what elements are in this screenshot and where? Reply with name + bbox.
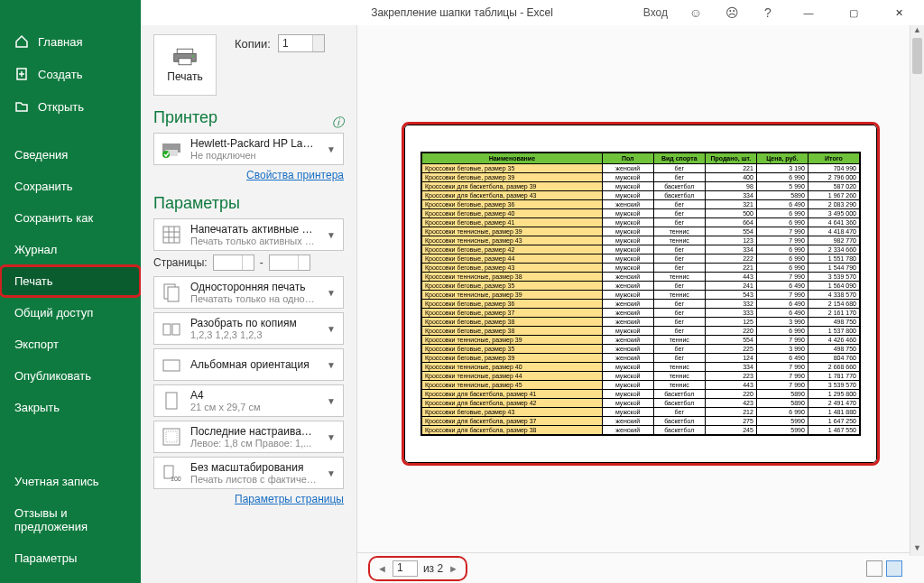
show-margins-button[interactable] — [866, 560, 882, 577]
table-row: Кроссовки теннисные, размер 39мужскойтен… — [422, 227, 860, 236]
sidebar-item-export[interactable]: Экспорт — [0, 329, 141, 360]
table-row: Кроссовки беговые, размер 36женскийбег32… — [422, 199, 860, 208]
table-row: Кроссовки для баскетбола, размер 43мужск… — [422, 190, 860, 199]
open-icon — [14, 99, 29, 114]
printer-status-icon — [160, 137, 183, 161]
page-navigator: ◄ 1 из 2 ► — [368, 556, 467, 581]
printer-heading: Принтер — [153, 108, 344, 127]
table-row: Кроссовки для баскетбола, размер 39мужск… — [422, 181, 860, 190]
table-row: Кроссовки беговые, размер 38мужскойбег22… — [422, 326, 860, 335]
pages-to-input[interactable] — [269, 254, 310, 271]
zoom-to-page-button[interactable] — [886, 560, 902, 577]
table-row: Кроссовки теннисные, размер 43мужскойтен… — [422, 236, 860, 245]
table-row: Кроссовки теннисные, размер 39женскийтен… — [422, 335, 860, 344]
preview-page: НаименованиеПолВид спортаПродано, шт.Цен… — [402, 122, 880, 466]
printer-icon — [172, 47, 198, 67]
svg-rect-17 — [163, 324, 171, 335]
prev-page-button[interactable]: ◄ — [377, 563, 387, 574]
svg-rect-16 — [168, 287, 179, 301]
sidebar-item-close[interactable]: Закрыть — [0, 392, 141, 423]
preview-footer: ◄ 1 из 2 ► — [357, 552, 924, 583]
sidebar-item-saveas[interactable]: Сохранить как — [0, 202, 141, 234]
current-page-input[interactable]: 1 — [393, 560, 418, 577]
table-row: Кроссовки беговые, размер 35женскийбег22… — [422, 163, 860, 172]
table-row: Кроссовки беговые, размер 41мужскойбег66… — [422, 217, 860, 227]
table-row: Кроссовки беговые, размер 35женскийбег24… — [422, 281, 860, 290]
close-button[interactable]: ✕ — [879, 0, 919, 25]
sidebar-item-feedback[interactable]: Отзывы и предложения — [0, 497, 141, 542]
svg-rect-19 — [163, 360, 180, 371]
sidebar-item-options[interactable]: Параметры — [0, 542, 141, 574]
svg-rect-10 — [163, 227, 180, 243]
pages-label: Страницы: — [153, 256, 208, 269]
help-icon[interactable]: ? — [753, 5, 783, 20]
home-icon — [14, 34, 29, 49]
print-what-selector[interactable]: Напечатать активные листыПечать только а… — [153, 218, 344, 251]
chevron-down-icon: ▼ — [325, 144, 337, 154]
sides-selector[interactable]: Односторонняя печатьПечатать только на о… — [153, 276, 344, 309]
table-row: Кроссовки беговые, размер 44мужскойбег22… — [422, 254, 860, 263]
paper-icon — [160, 389, 183, 412]
minimize-button[interactable]: — — [789, 0, 828, 25]
orientation-selector[interactable]: Альбомная ориентация ▼ — [153, 348, 344, 381]
preview-table: НаименованиеПолВид спортаПродано, шт.Цен… — [421, 153, 860, 435]
sheets-icon — [160, 223, 183, 246]
svg-rect-20 — [166, 393, 177, 409]
printer-selector[interactable]: Hewlett-Packard HP LaserJe...Не подключе… — [153, 133, 344, 165]
sidebar-item-history[interactable]: Журнал — [0, 234, 141, 265]
printer-properties-link[interactable]: Свойства принтера — [153, 169, 344, 181]
collate-selector[interactable]: Разобрать по копиям1,2,3 1,2,3 1,2,3 ▼ — [153, 312, 344, 345]
table-row: Кроссовки для баскетбола, размер 37женск… — [422, 416, 860, 425]
copies-spinner[interactable]: 1 — [278, 34, 325, 52]
face-smile-icon[interactable]: ☺ — [680, 5, 711, 20]
sidebar-item-new[interactable]: Создать — [0, 58, 141, 90]
table-row: Кроссовки беговые, размер 37женскийбег33… — [422, 308, 860, 317]
sidebar-item-print[interactable]: Печать — [0, 265, 141, 297]
table-row: Кроссовки теннисные, размер 39мужскойтен… — [422, 290, 860, 299]
print-preview: НаименованиеПолВид спортаПродано, шт.Цен… — [357, 25, 924, 583]
sidebar-item-open[interactable]: Открыть — [0, 90, 141, 123]
sidebar-item-save[interactable]: Сохранить — [0, 171, 141, 202]
table-row: Кроссовки беговые, размер 40мужскойбег50… — [422, 208, 860, 217]
sidebar-item-info[interactable]: Сведения — [0, 139, 141, 171]
page-total-label: из 2 — [423, 562, 443, 575]
table-row: Кроссовки беговые, размер 39мужскойбег40… — [422, 172, 860, 181]
print-button[interactable]: Печать — [153, 34, 217, 96]
landscape-icon — [160, 353, 183, 376]
preview-scrollbar[interactable]: ▲▼ — [910, 25, 924, 556]
table-row: Кроссовки для баскетбола, размер 41мужск… — [422, 389, 860, 398]
svg-text:100: 100 — [171, 476, 181, 482]
copies-label: Копии: — [235, 37, 271, 51]
table-row: Кроссовки беговые, размер 43мужскойбег21… — [422, 407, 860, 416]
sidebar-item-account[interactable]: Учетная запись — [0, 466, 141, 497]
info-icon[interactable]: ⓘ — [332, 115, 344, 131]
next-page-button[interactable]: ► — [448, 563, 458, 574]
collate-icon — [160, 317, 183, 340]
margins-selector[interactable]: Последние настраиваемы...Левое: 1,8 см П… — [153, 421, 344, 453]
scale-icon: 100 — [160, 461, 183, 485]
settings-heading: Параметры — [153, 194, 344, 213]
margins-icon — [160, 425, 183, 449]
svg-rect-18 — [172, 324, 180, 335]
face-sad-icon[interactable]: ☹ — [716, 5, 747, 20]
svg-rect-3 — [177, 49, 193, 53]
svg-rect-22 — [166, 431, 177, 442]
scaling-selector[interactable]: 100 Без масштабированияПечать листов с ф… — [153, 457, 344, 489]
sidebar-item-home[interactable]: Главная — [0, 25, 141, 58]
table-row: Кроссовки беговые, размер 42мужскойбег33… — [422, 245, 860, 254]
paper-selector[interactable]: A421 см x 29,7 см ▼ — [153, 384, 344, 417]
maximize-button[interactable]: ▢ — [834, 0, 873, 25]
pages-from-input[interactable] — [213, 254, 254, 271]
oneside-icon — [160, 281, 183, 304]
sidebar-item-share[interactable]: Общий доступ — [0, 297, 141, 329]
signin-link[interactable]: Вход — [643, 6, 668, 19]
table-row: Кроссовки теннисные, размер 38женскийтен… — [422, 272, 860, 281]
svg-rect-5 — [179, 59, 191, 65]
table-row: Кроссовки теннисные, размер 45мужскойтен… — [422, 380, 860, 389]
table-row: Кроссовки беговые, размер 38женскийбег12… — [422, 317, 860, 326]
sidebar-item-publish[interactable]: Опубликовать — [0, 360, 141, 392]
table-row: Кроссовки для баскетбола, размер 38женск… — [422, 425, 860, 434]
table-row: Кроссовки беговые, размер 43мужскойбег22… — [422, 263, 860, 272]
table-row: Кроссовки для баскетбола, размер 42мужск… — [422, 398, 860, 407]
page-setup-link[interactable]: Параметры страницы — [153, 493, 344, 505]
